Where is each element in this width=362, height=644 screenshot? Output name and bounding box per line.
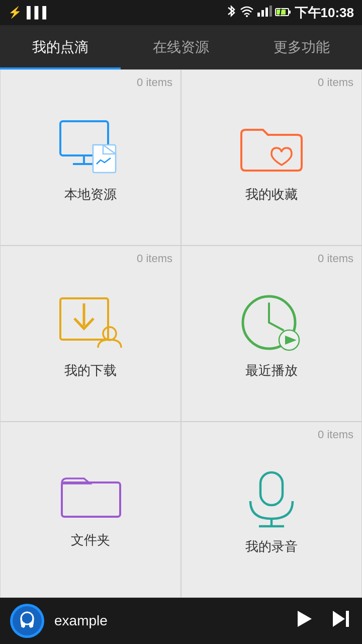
- barcode-icon: ▌▌▌: [27, 6, 50, 19]
- status-time: 下午10:38: [295, 4, 354, 22]
- folder-heart-icon: [236, 116, 307, 177]
- tab-more[interactable]: 更多功能: [241, 25, 362, 69]
- signal-icon: [257, 6, 272, 20]
- player-title: example: [54, 613, 283, 629]
- tab-my-didi-label: 我的点滴: [32, 38, 88, 57]
- status-bar: ⚡ ▌▌▌: [0, 0, 362, 25]
- folder-items-count: [172, 422, 180, 428]
- svg-point-15: [103, 327, 116, 340]
- svg-rect-31: [346, 611, 349, 627]
- play-button[interactable]: [293, 608, 315, 634]
- recent-items-count: 0 items: [318, 246, 361, 265]
- wifi-icon: [240, 6, 253, 20]
- folder-icon: [55, 462, 126, 522]
- folder-content: 文件夹: [1, 428, 180, 597]
- recent-content: 最近播放: [182, 265, 361, 421]
- local-label: 本地资源: [64, 186, 117, 203]
- player-controls: [293, 608, 352, 634]
- svg-rect-3: [265, 8, 268, 17]
- downloads-items-count: 0 items: [137, 246, 180, 265]
- grid-cell-recent[interactable]: 0 items 最近播放: [181, 246, 362, 422]
- local-items-count: 0 items: [137, 70, 180, 89]
- clock-play-icon: [236, 292, 307, 353]
- svg-rect-6: [289, 11, 291, 14]
- microphone-icon: [236, 468, 307, 529]
- folder-label: 文件夹: [71, 531, 110, 549]
- svg-rect-4: [269, 6, 272, 17]
- usb-icon: ⚡: [8, 6, 22, 19]
- svg-rect-27: [21, 622, 25, 627]
- bottom-player: example: [0, 598, 362, 644]
- svg-marker-30: [333, 611, 345, 627]
- recent-label: 最近播放: [245, 362, 298, 379]
- tab-online[interactable]: 在线资源: [121, 25, 241, 69]
- grid-cell-local[interactable]: 0 items 本地资源: [0, 69, 181, 246]
- downloads-label: 我的下载: [64, 362, 117, 379]
- next-button[interactable]: [330, 608, 352, 634]
- tab-bar: 我的点滴 在线资源 更多功能: [0, 25, 362, 69]
- monitor-icon: [55, 116, 126, 177]
- local-content: 本地资源: [1, 89, 180, 245]
- grid-cell-folder[interactable]: 文件夹: [0, 422, 181, 598]
- svg-point-0: [246, 15, 248, 17]
- svg-rect-28: [29, 622, 33, 627]
- svg-rect-21: [62, 482, 120, 517]
- downloads-content: 我的下载: [1, 265, 180, 421]
- favorites-label: 我的收藏: [245, 186, 298, 203]
- svg-rect-2: [261, 10, 264, 17]
- recording-label: 我的录音: [245, 538, 298, 555]
- download-user-icon: [55, 292, 126, 353]
- tab-online-label: 在线资源: [153, 38, 209, 57]
- status-left-icons: ⚡ ▌▌▌: [8, 6, 50, 19]
- recording-items-count: 0 items: [318, 422, 361, 441]
- bluetooth-icon: [226, 5, 236, 21]
- status-right-icons: 下午10:38: [226, 4, 354, 22]
- battery-icon: [276, 6, 291, 20]
- tab-my-didi[interactable]: 我的点滴: [0, 25, 121, 69]
- grid-cell-favorites[interactable]: 0 items 我的收藏: [181, 69, 362, 246]
- tab-more-label: 更多功能: [274, 38, 330, 57]
- svg-rect-22: [260, 472, 283, 505]
- player-avatar: [10, 604, 44, 638]
- grid-cell-recording[interactable]: 0 items 我的录音: [181, 422, 362, 598]
- grid-cell-downloads[interactable]: 0 items 我的下载: [0, 246, 181, 422]
- main-grid: 0 items 本地资源 0 items: [0, 69, 362, 598]
- svg-marker-29: [298, 611, 312, 627]
- favorites-content: 我的收藏: [182, 89, 361, 245]
- svg-point-25: [13, 606, 42, 635]
- favorites-items-count: 0 items: [318, 70, 361, 89]
- recording-content: 我的录音: [182, 441, 361, 597]
- svg-rect-1: [257, 13, 260, 17]
- svg-line-18: [269, 323, 283, 330]
